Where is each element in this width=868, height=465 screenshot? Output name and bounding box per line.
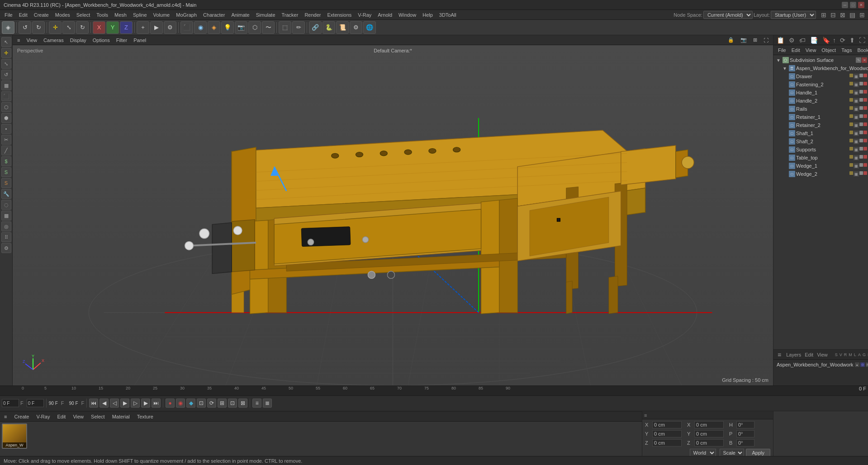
- vp-icon-camera2[interactable]: 📷: [739, 36, 749, 44]
- left-btn-circle[interactable]: ◎: [1, 221, 11, 231]
- vp-menu-options[interactable]: Options: [91, 37, 112, 44]
- tree-icon-del[interactable]: ✕: [862, 57, 867, 63]
- toolbar-online[interactable]: 🌐: [363, 21, 376, 34]
- left-btn-poly[interactable]: ⬡: [1, 102, 11, 112]
- left-btn-magnet[interactable]: 🔧: [1, 189, 11, 199]
- obj-menu-view[interactable]: View: [803, 47, 819, 54]
- left-btn-s2[interactable]: S: [1, 178, 11, 188]
- left-btn-move[interactable]: ✛: [1, 48, 11, 58]
- vp-menu-display[interactable]: Display: [68, 37, 88, 44]
- maximize-button[interactable]: □: [850, 2, 856, 8]
- menu-spline[interactable]: Spline: [130, 11, 150, 19]
- tree-icon-edit[interactable]: ✎: [856, 57, 861, 63]
- coord-z-pos[interactable]: [652, 439, 682, 446]
- coord-y-size[interactable]: [694, 430, 724, 437]
- coord-y-pos[interactable]: [652, 430, 682, 437]
- btn-go-end[interactable]: ⏭: [152, 399, 161, 408]
- menu-create[interactable]: Create: [31, 11, 52, 19]
- btn-record-active[interactable]: ◉: [176, 399, 185, 408]
- toolbar-model-mode[interactable]: ◈: [2, 21, 14, 34]
- menu-select[interactable]: Select: [74, 11, 93, 19]
- icon-panel-5[interactable]: ⊞: [858, 10, 866, 19]
- btn-record[interactable]: ●: [166, 399, 175, 408]
- viewport-3d[interactable]: Perspective Default Camera:* Grid Spacin…: [13, 45, 773, 385]
- tree-item-rails[interactable]: □ Rails ▦: [774, 105, 867, 113]
- layer-item-aspen[interactable]: Aspen_Workbench_for_Woodwork ● ◎ R M L ▶…: [775, 361, 866, 369]
- obj-mgr-icon-1[interactable]: 📋: [775, 36, 786, 45]
- toolbar-settings[interactable]: ⚙: [164, 21, 176, 34]
- layer-icon-s[interactable]: ●: [855, 362, 859, 367]
- toolbar-cube[interactable]: ⬛: [180, 21, 193, 34]
- menu-mesh[interactable]: Mesh: [112, 11, 129, 19]
- menu-arnold[interactable]: Arnold: [375, 11, 395, 19]
- toolbar-select[interactable]: ⬚: [279, 21, 291, 34]
- mat-menu-edit[interactable]: Edit: [56, 413, 67, 420]
- tree-item-shaft2[interactable]: □ Shaft_2 ▦: [774, 137, 867, 146]
- left-btn-s1[interactable]: S: [1, 167, 11, 177]
- menu-extensions[interactable]: Extensions: [324, 11, 354, 19]
- mat-menu-vray[interactable]: V-Ray: [35, 413, 51, 420]
- coord-b-val[interactable]: [736, 439, 754, 446]
- obj-mgr-icon-3[interactable]: 🏷: [798, 36, 807, 45]
- layer-icon-v[interactable]: ◎: [860, 362, 865, 367]
- obj-mgr-icon-4[interactable]: 📑: [809, 36, 819, 45]
- icon-panel-1[interactable]: ⊞: [820, 10, 828, 19]
- menu-simulate[interactable]: Simulate: [253, 11, 278, 19]
- mat-menu-material[interactable]: Material: [111, 413, 131, 420]
- toolbar-script[interactable]: 📜: [336, 21, 349, 34]
- menu-vray[interactable]: V-Ray: [355, 11, 374, 19]
- toolbar-new[interactable]: +: [137, 21, 149, 34]
- vp-icon-layers2[interactable]: ⊞: [751, 36, 759, 44]
- vp-icon-maximize[interactable]: ⛶: [762, 37, 770, 44]
- layers-expand-icon[interactable]: ≡: [776, 350, 783, 359]
- toolbar-python[interactable]: 🐍: [323, 21, 335, 34]
- obj-mgr-icon-5[interactable]: 🔖: [821, 36, 831, 45]
- toolbar-material[interactable]: ◈: [208, 21, 220, 34]
- obj-mgr-view-icon-2[interactable]: ⟳: [839, 36, 847, 45]
- vp-menu-cameras[interactable]: Cameras: [42, 37, 66, 44]
- tree-item-wedge1[interactable]: □ Wedge_1 ▦: [774, 162, 867, 170]
- vp-menu-panel[interactable]: Panel: [132, 37, 148, 44]
- menu-mograph[interactable]: MoGraph: [173, 11, 199, 19]
- icon-panel-4[interactable]: ▤: [848, 10, 857, 19]
- toolbar-light[interactable]: 💡: [221, 21, 234, 34]
- mat-expand-icon[interactable]: ≡: [3, 413, 8, 420]
- toolbar-z-axis[interactable]: Z: [120, 21, 133, 34]
- obj-menu-bookmarks[interactable]: Bookmarks: [854, 47, 868, 54]
- toolbar-subdivide[interactable]: ⬡: [248, 21, 261, 34]
- btn-play[interactable]: ▶: [120, 399, 129, 408]
- left-btn-rotate[interactable]: ↺: [1, 70, 11, 80]
- toolbar-camera[interactable]: 📷: [235, 21, 247, 34]
- menu-render[interactable]: Render: [302, 11, 323, 19]
- vp-icon-expand[interactable]: ≡: [15, 37, 22, 44]
- left-btn-vertex[interactable]: •: [1, 124, 11, 134]
- obj-menu-edit[interactable]: Edit: [789, 47, 803, 54]
- menu-character[interactable]: Character: [200, 11, 228, 19]
- tree-item-shaft1[interactable]: □ Shaft_1 ▦: [774, 129, 867, 137]
- btn-key[interactable]: ◆: [186, 399, 195, 408]
- obj-menu-tags[interactable]: Tags: [839, 47, 854, 54]
- menu-help[interactable]: Help: [420, 11, 436, 19]
- tree-item-tabletop[interactable]: □ Table_top ▦: [774, 154, 867, 162]
- tree-item-retainer1[interactable]: □ Retainer_1 ▦: [774, 113, 867, 121]
- layer-icon-r[interactable]: R: [866, 362, 868, 367]
- left-btn-line[interactable]: ╱: [1, 146, 11, 155]
- toolbar-y-axis[interactable]: Y: [106, 21, 119, 34]
- close-button[interactable]: ✕: [858, 2, 864, 8]
- tree-item-aspen-wb[interactable]: ▼ ☰ Aspen_Workbench_for_Woodwork ▦: [774, 64, 867, 72]
- btn-preview[interactable]: ⊡: [228, 399, 237, 408]
- coord-h-val[interactable]: [736, 421, 754, 428]
- menu-tracker[interactable]: Tracker: [279, 11, 301, 19]
- obj-mgr-icon-2[interactable]: ⚙: [787, 36, 796, 45]
- layers-menu-view[interactable]: View: [817, 352, 828, 357]
- vp-menu-view[interactable]: View: [24, 37, 39, 44]
- layers-menu-edit[interactable]: Edit: [805, 352, 813, 357]
- vp-menu-filter[interactable]: Filter: [114, 37, 129, 44]
- menu-window[interactable]: Window: [396, 11, 419, 19]
- btn-loop[interactable]: ⟳: [207, 399, 216, 408]
- toolbar-paint[interactable]: ✏: [292, 21, 305, 34]
- btn-snap[interactable]: ⊡: [197, 399, 206, 408]
- tree-item-handle1[interactable]: □ Handle_1 ▦: [774, 89, 867, 97]
- obj-menu-file[interactable]: File: [775, 47, 789, 54]
- frame-current-input[interactable]: [27, 399, 44, 407]
